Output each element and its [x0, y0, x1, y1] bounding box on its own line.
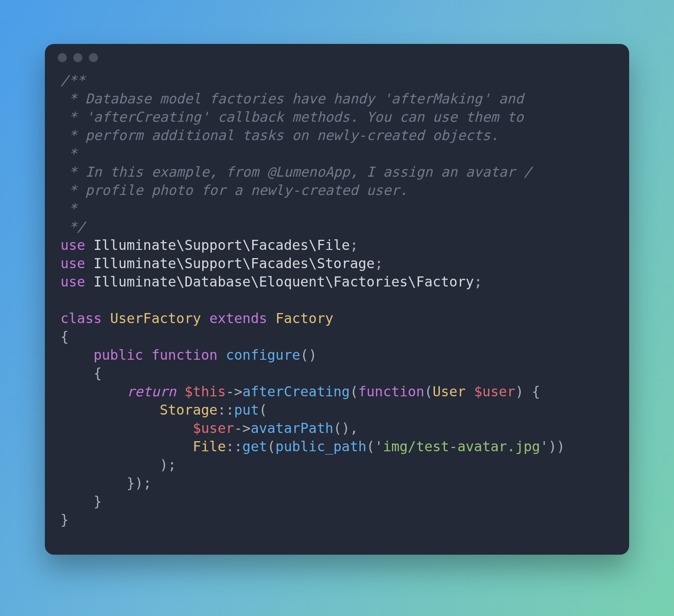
class-name: Factory [276, 310, 333, 326]
arrow: -> [234, 420, 250, 436]
backslash: \ [309, 255, 317, 271]
namespace-part: Database [185, 274, 251, 290]
double-colon: :: [217, 402, 234, 418]
code-block: /** * Database model factories have hand… [45, 71, 629, 529]
backslash: \ [242, 255, 250, 271]
comment-line: * [60, 200, 77, 216]
keyword-return: return [127, 384, 176, 400]
code-window: /** * Database model factories have hand… [45, 44, 629, 555]
variable-user: $user [474, 384, 515, 400]
method-name: configure [226, 347, 300, 363]
type-hint: User [433, 384, 466, 400]
namespace-part: Support [185, 255, 242, 271]
keyword-public: public [93, 347, 143, 363]
comment-line: /** [60, 72, 85, 88]
backslash: \ [325, 274, 333, 290]
paren: ) [549, 438, 557, 454]
keyword-class: class [60, 310, 102, 326]
paren: ( [259, 402, 267, 418]
brace: } [60, 512, 69, 528]
paren: ) [515, 384, 523, 400]
paren: ) [342, 420, 350, 436]
comment-line: * [60, 146, 77, 162]
brace: { [60, 329, 69, 345]
paren: ( [300, 347, 309, 363]
backslash: \ [242, 237, 250, 253]
class-ref: File [193, 438, 226, 454]
brace: } [93, 493, 102, 509]
method-call: put [234, 402, 259, 418]
brace: { [532, 384, 540, 400]
comment-line: * 'afterCreating' callback methods. You … [60, 109, 523, 125]
backslash: \ [408, 274, 416, 290]
brace: { [93, 365, 102, 381]
comma: , [350, 420, 358, 436]
method-call: get [242, 438, 267, 454]
paren: ( [424, 384, 433, 400]
method-call: avatarPath [250, 420, 333, 436]
semicolon: ; [168, 457, 176, 473]
class-name: UserFactory [110, 310, 201, 326]
backslash: \ [176, 274, 185, 290]
window-minimize-dot[interactable] [73, 53, 82, 62]
namespace-part: Support [185, 237, 242, 253]
function-call: public_path [276, 438, 367, 454]
paren: ) [557, 438, 565, 454]
window-close-dot[interactable] [58, 53, 67, 62]
namespace-part: Eloquent [259, 274, 326, 290]
namespace-part: Factory [416, 274, 474, 290]
double-colon: :: [226, 438, 242, 454]
variable-this: $this [185, 384, 226, 400]
namespace-part: Illuminate [93, 274, 176, 290]
window-titlebar [45, 44, 629, 71]
keyword-extends: extends [209, 310, 267, 326]
comment-line: * profile photo for a newly-created user… [60, 182, 408, 198]
namespace-part: Facades [250, 237, 308, 253]
paren: ) [160, 457, 168, 473]
comment-line: * In this example, from @LumenoApp, I as… [60, 164, 532, 180]
namespace-part: Storage [317, 255, 375, 271]
backslash: \ [176, 255, 185, 271]
window-zoom-dot[interactable] [89, 53, 98, 62]
keyword-use: use [60, 274, 85, 290]
variable-user: $user [193, 420, 234, 436]
semicolon: ; [474, 274, 482, 290]
semicolon: ; [143, 475, 152, 491]
backslash: \ [250, 274, 259, 290]
brace: } [127, 475, 135, 491]
namespace-part: Illuminate [93, 255, 176, 271]
string-literal: 'img/test-avatar.jpg' [375, 438, 548, 454]
namespace-part: Illuminate [93, 237, 176, 253]
comment-line: */ [60, 219, 85, 235]
keyword-use: use [60, 255, 85, 271]
keyword-function: function [358, 384, 424, 400]
namespace-part: Factories [333, 274, 408, 290]
keyword-function: function [152, 347, 218, 363]
semicolon: ; [375, 255, 383, 271]
comment-line: * Database model factories have handy 'a… [60, 91, 523, 107]
paren: ( [366, 438, 375, 454]
paren: ( [350, 384, 358, 400]
keyword-use: use [60, 237, 85, 253]
paren: ( [267, 438, 276, 454]
backslash: \ [176, 237, 185, 253]
paren: ( [333, 420, 342, 436]
namespace-part: File [317, 237, 350, 253]
paren: ) [309, 347, 317, 363]
paren: ) [135, 475, 143, 491]
comment-line: * perform additional tasks on newly-crea… [60, 127, 499, 143]
semicolon: ; [350, 237, 358, 253]
arrow: -> [226, 384, 242, 400]
namespace-part: Facades [250, 255, 308, 271]
method-call: afterCreating [242, 384, 350, 400]
class-ref: Storage [160, 402, 217, 418]
backslash: \ [309, 237, 317, 253]
